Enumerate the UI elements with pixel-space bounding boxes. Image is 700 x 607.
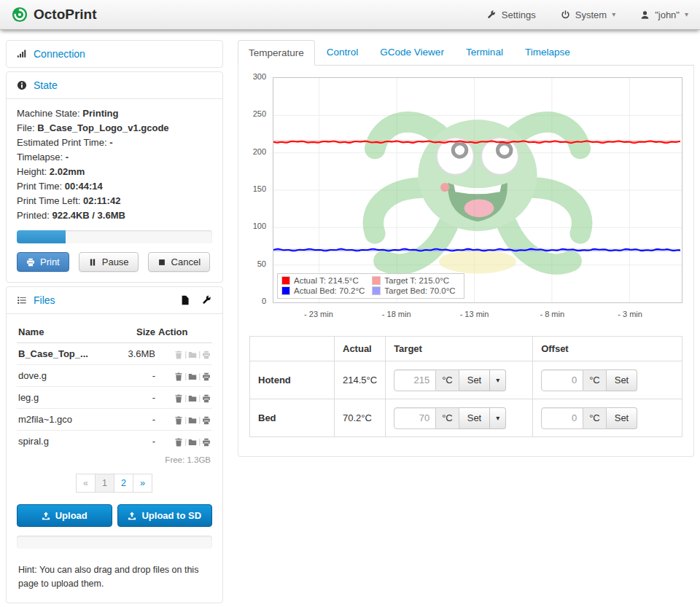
hotend-row: Hotend 214.5°C °C Set ▾	[250, 361, 682, 399]
system-menu-item[interactable]: System ▾	[561, 9, 615, 20]
trash-icon[interactable]	[174, 416, 183, 425]
print-file-icon[interactable]	[202, 416, 211, 425]
x-tick-label: - 8 min	[540, 310, 564, 318]
files-panel-body: Name Size Action B_Case_Top_... 3.6MB ||…	[7, 313, 222, 603]
estimated-print-time-line: Estimated Print Time: -	[17, 136, 212, 150]
legend-label: Target Bed: 70.0°C	[384, 286, 455, 295]
bed-row: Bed 70.2°C °C Set ▾	[250, 399, 682, 437]
hotend-offset-set-button[interactable]: Set	[607, 369, 638, 391]
cancel-button[interactable]: Cancel	[148, 252, 210, 272]
connection-panel: Connection	[6, 40, 223, 68]
octoprint-brand[interactable]: OctoPrint	[12, 7, 97, 23]
print-file-icon[interactable]	[202, 394, 211, 403]
load-folder-icon[interactable]	[188, 372, 197, 381]
celsius-unit: °C	[583, 407, 607, 429]
y-tick-label: 100	[253, 222, 266, 230]
print-button[interactable]: Print	[17, 252, 69, 272]
bed-target-set-button[interactable]: Set	[459, 407, 491, 429]
pagination-page-1[interactable]: 1	[95, 474, 114, 493]
tab-timelapse[interactable]: Timelapse	[515, 40, 580, 66]
connection-title: Connection	[34, 48, 85, 60]
file-row[interactable]: m2fila~1.gco - ||	[17, 409, 212, 431]
upload-to-sd-button[interactable]: Upload to SD	[117, 504, 213, 527]
tab-control[interactable]: Control	[316, 40, 369, 66]
files-table: Name Size Action B_Case_Top_... 3.6MB ||…	[17, 321, 212, 452]
x-tick-label: - 13 min	[460, 310, 489, 318]
signal-icon	[17, 49, 27, 59]
trash-icon[interactable]	[174, 438, 183, 447]
upload-progress-bar	[17, 536, 212, 549]
pagination-prev[interactable]: «	[76, 474, 96, 493]
state-panel-body: Machine State: Printing File: B_Case_Top…	[7, 98, 222, 282]
settings-menu-item[interactable]: Settings	[487, 9, 536, 20]
machine-state-line: Machine State: Printing	[17, 106, 212, 121]
files-title: Files	[34, 294, 55, 306]
print-file-icon[interactable]	[202, 372, 211, 381]
height-line: Height: 2.02mm	[17, 165, 212, 179]
trash-icon[interactable]	[174, 351, 183, 359]
upload-button[interactable]: Upload	[17, 504, 112, 527]
pause-button[interactable]: Pause	[79, 252, 139, 272]
print-progress-bar	[17, 230, 212, 243]
connection-panel-header[interactable]: Connection	[7, 41, 222, 67]
files-settings-wrench-icon[interactable]	[202, 295, 212, 305]
bed-target-dropdown-button[interactable]: ▾	[490, 407, 506, 429]
hotend-label: Hotend	[250, 361, 335, 399]
column-target: Target	[386, 337, 533, 361]
free-space-label: Free: 1.3GB	[17, 452, 212, 464]
bed-label: Bed	[250, 399, 335, 437]
chart-canvas	[273, 78, 682, 302]
upload-icon	[42, 512, 50, 520]
pause-icon	[88, 258, 97, 267]
print-file-icon[interactable]	[202, 351, 211, 359]
print-file-icon[interactable]	[202, 438, 211, 447]
trash-icon[interactable]	[174, 394, 183, 403]
column-action: Action	[157, 321, 212, 343]
hotend-target-set-button[interactable]: Set	[459, 369, 491, 391]
state-title: State	[34, 79, 58, 91]
chevron-down-icon: ▾	[496, 415, 499, 422]
hotend-offset-input[interactable]	[541, 369, 583, 391]
pagination-page-2[interactable]: 2	[114, 474, 133, 493]
file-row[interactable]: spiral.g - ||	[17, 431, 212, 453]
files-panel-header[interactable]: Files	[7, 287, 222, 313]
pagination-next[interactable]: »	[133, 474, 152, 493]
settings-label: Settings	[502, 9, 536, 20]
load-folder-icon[interactable]	[188, 351, 197, 359]
file-row[interactable]: leg.g - ||	[17, 387, 212, 409]
file-row[interactable]: dove.g - ||	[17, 365, 212, 387]
column-size: Size	[116, 321, 157, 343]
state-panel-header[interactable]: State	[7, 72, 222, 98]
hotend-target-group: °C Set ▾	[394, 369, 506, 391]
tab-temperature[interactable]: Temperature	[238, 40, 315, 66]
files-table-header: Name Size Action	[17, 321, 212, 343]
tab-gcode-viewer[interactable]: GCode Viewer	[370, 40, 454, 66]
bed-offset-input[interactable]	[541, 407, 583, 429]
load-folder-icon[interactable]	[188, 438, 197, 447]
print-progress-fill	[17, 230, 66, 243]
tab-terminal[interactable]: Terminal	[456, 40, 513, 66]
user-menu-item[interactable]: "john" ▾	[640, 9, 688, 20]
hotend-target-input[interactable]	[394, 369, 436, 391]
temperature-table-header: Actual Target Offset	[250, 337, 682, 361]
column-actual: Actual	[335, 337, 386, 361]
trash-icon[interactable]	[174, 372, 183, 381]
hotend-target-dropdown-button[interactable]: ▾	[490, 369, 506, 391]
y-tick-label: 0	[262, 297, 266, 305]
bed-offset-set-button[interactable]: Set	[607, 407, 638, 429]
bed-actual: 70.2°C	[335, 399, 386, 437]
x-tick-label: - 23 min	[304, 310, 333, 318]
column-blank	[250, 337, 335, 361]
tab-bar: Temperature Control GCode Viewer Termina…	[238, 40, 694, 66]
load-folder-icon[interactable]	[188, 416, 197, 425]
hotend-offset-group: °C Set	[541, 369, 637, 391]
chart-y-axis: 050100150200250300	[249, 77, 270, 303]
timelapse-line: Timelapse: -	[17, 150, 212, 165]
y-tick-label: 200	[253, 147, 266, 156]
file-icon[interactable]	[180, 295, 190, 305]
bed-target-input[interactable]	[394, 407, 436, 429]
celsius-unit: °C	[436, 407, 459, 429]
load-folder-icon[interactable]	[188, 394, 197, 403]
list-icon	[17, 295, 27, 305]
file-row[interactable]: B_Case_Top_... 3.6MB ||	[17, 343, 212, 365]
